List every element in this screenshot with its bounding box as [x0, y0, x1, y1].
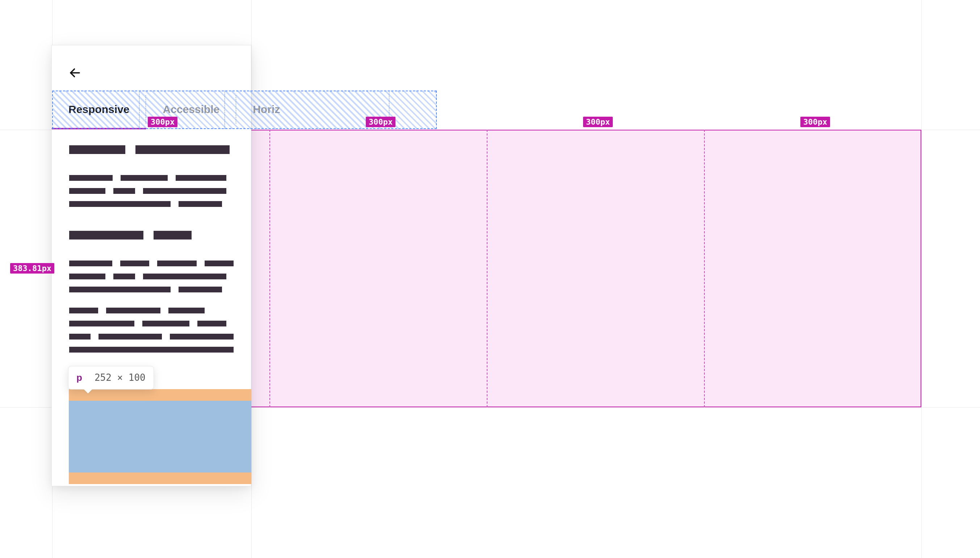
skeleton-seg	[169, 308, 205, 313]
skeleton-seg	[142, 321, 190, 327]
tab-row: Responsive Accessible Horiz	[52, 90, 251, 129]
skeleton-seg	[69, 274, 105, 279]
skeleton-seg	[143, 274, 226, 279]
skeleton-seg	[176, 175, 226, 181]
skeleton-seg	[121, 175, 168, 181]
tab-responsive[interactable]: Responsive	[52, 90, 146, 129]
guide-line	[251, 0, 252, 558]
boxmodel-margin-bottom	[69, 473, 251, 484]
skeleton-paragraph	[69, 175, 234, 207]
skeleton-paragraph	[69, 308, 234, 353]
device-topbar	[52, 45, 251, 90]
skeleton-bar	[154, 231, 191, 240]
skeleton-seg	[69, 175, 113, 181]
tab-label: Accessible	[163, 103, 219, 116]
tab-label: Responsive	[69, 103, 129, 116]
skeleton-bar	[69, 145, 125, 154]
grid-column-divider	[270, 130, 270, 407]
arrow-left-icon	[69, 66, 82, 79]
tab-accessible[interactable]: Accessible	[146, 90, 236, 129]
tab-label: Horiz	[253, 103, 280, 116]
skeleton-seg	[69, 201, 170, 207]
skeleton-seg	[69, 321, 134, 327]
skeleton-seg	[69, 287, 170, 292]
grid-col-width-label: 300px	[366, 117, 396, 127]
skeleton-seg	[69, 261, 112, 266]
grid-column-divider	[704, 130, 705, 407]
skeleton-heading	[69, 145, 234, 154]
grid-col-width-label: 300px	[583, 117, 613, 127]
grid-col-width-label: 300px	[800, 117, 830, 127]
back-button[interactable]	[68, 66, 82, 80]
skeleton-seg	[143, 188, 226, 194]
skeleton-seg	[98, 334, 162, 340]
skeleton-seg	[178, 287, 222, 292]
skeleton-seg	[113, 188, 135, 194]
skeleton-bar	[136, 145, 230, 154]
skeleton-seg	[69, 347, 234, 353]
skeleton-seg	[170, 334, 234, 340]
skeleton-seg	[69, 188, 105, 194]
skeleton-seg	[197, 321, 226, 327]
skeleton-paragraph	[69, 261, 234, 292]
tab-horizontal[interactable]: Horiz	[236, 90, 280, 129]
content-inner	[52, 130, 251, 353]
skeleton-seg	[120, 261, 149, 266]
boxmodel-margin-top	[69, 389, 251, 401]
skeleton-seg	[157, 261, 197, 266]
skeleton-heading	[69, 231, 234, 240]
guide-line	[921, 0, 922, 558]
skeleton-seg	[69, 334, 90, 340]
skeleton-seg	[69, 308, 98, 313]
flex-item-divider	[389, 90, 389, 129]
skeleton-bar	[69, 231, 143, 240]
skeleton-seg	[113, 274, 135, 279]
skeleton-seg	[178, 201, 222, 207]
grid-height-label: 383.81px	[10, 263, 54, 274]
tab-active-indicator	[52, 128, 146, 130]
boxmodel-content	[69, 401, 251, 473]
skeleton-seg	[106, 308, 160, 313]
grid-column-divider	[487, 130, 488, 407]
skeleton-seg	[205, 261, 234, 266]
